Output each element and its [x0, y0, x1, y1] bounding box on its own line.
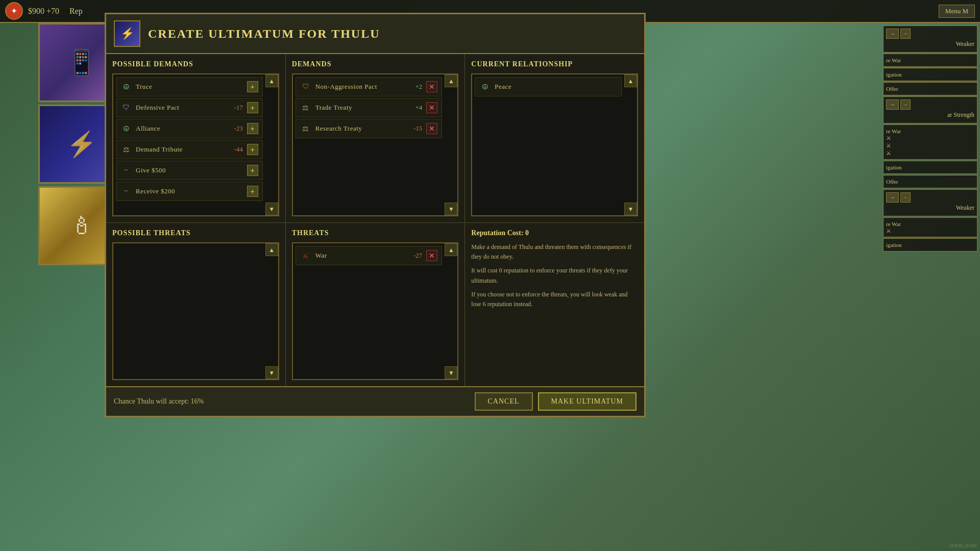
possible-threats-items — [113, 243, 278, 248]
icon-item-2: ⚔ — [886, 142, 974, 149]
declare-war-label-2[interactable]: re War — [886, 128, 974, 134]
possible-threats-scroll-down[interactable]: ▼ — [265, 366, 278, 379]
right-arrow-btn-2[interactable]: → — [886, 99, 899, 110]
list-item: ·· Give $500 + — [116, 161, 263, 180]
dialog-bottom: Possible Threats ▲ ▼ Threats ▲ ⚔ War — [106, 222, 644, 386]
demands-scroll-up[interactable]: ▲ — [445, 74, 457, 87]
right-minus-btn-1[interactable]: − — [900, 29, 911, 39]
portrait-icon-2: ⚡ — [66, 130, 97, 159]
possible-demands-scroll-up[interactable]: ▲ — [265, 74, 278, 87]
right-btn-row-3: → − — [886, 192, 974, 203]
tribute-name: Demand Tribute — [136, 145, 225, 154]
possible-demands-col: Possible Demands ▲ ☮ Truce + 🛡 Defensive… — [106, 54, 286, 222]
non-aggression-value: +2 — [404, 83, 422, 91]
war-value: -27 — [404, 252, 422, 260]
declare-war-label-3[interactable]: re War — [886, 221, 974, 227]
trade-treaty-remove-btn[interactable]: ✕ — [426, 102, 437, 113]
watermark: 3DMGAME — [949, 542, 977, 548]
possible-demands-scroll-down[interactable]: ▼ — [265, 203, 278, 215]
accept-chance: Chance Thulu will accept: 16% — [114, 397, 204, 406]
faction-icon: ✦ — [5, 2, 23, 20]
receive-money-add-btn[interactable]: + — [247, 186, 258, 197]
reputation-desc-1: Make a demand of Thulu and threaten them… — [471, 242, 638, 262]
tribute-icon: ⚖ — [120, 144, 132, 155]
weaker-label-2: Weaker — [886, 204, 974, 212]
relationship-scroll-down[interactable]: ▼ — [624, 203, 637, 215]
declare-war-label-1[interactable]: re War — [886, 57, 974, 63]
obligation-label-2[interactable]: igation — [886, 164, 974, 170]
right-section-11: igation — [883, 238, 977, 252]
dialog-body: Possible Demands ▲ ☮ Truce + 🛡 Defensive… — [106, 54, 644, 222]
right-section-2: re War — [883, 54, 977, 67]
alliance-value: -23 — [225, 124, 243, 133]
possible-demands-label: Possible Demands — [112, 60, 279, 68]
reputation-desc-3: If you choose not to enforce the threats… — [471, 290, 638, 309]
right-section-6: re War ⚔ ⚔ ⚔ — [883, 124, 977, 160]
threats-scroll-up[interactable]: ▲ — [445, 243, 457, 256]
offer-label-1[interactable]: Offer — [886, 86, 974, 92]
relationship-col: Current Relationship ▲ ☮ Peace ▼ — [465, 54, 644, 222]
reputation-cost: Reputation Cost: 0 — [471, 229, 638, 237]
list-item: ☮ Truce + — [116, 77, 263, 96]
list-item: ☮ Peace — [475, 77, 622, 96]
offer-label-2[interactable]: Offer — [886, 179, 974, 185]
truce-add-btn[interactable]: + — [247, 81, 258, 92]
research-treaty-value: -15 — [404, 124, 422, 133]
list-item: 🛡 Non-Aggression Pact +2 ✕ — [296, 77, 443, 96]
receive-money-icon: ·· — [120, 186, 132, 197]
relationship-label: Current Relationship — [471, 60, 638, 68]
possible-threats-scroll-up[interactable]: ▲ — [265, 243, 278, 256]
possible-demands-items: ☮ Truce + 🛡 Defensive Pact -17 + ☮ — [113, 74, 278, 205]
dialog-title: Create Ultimatum for Thulu — [148, 27, 380, 41]
trade-treaty-value: +4 — [404, 104, 422, 112]
portrait-icon-1: 📱 — [66, 48, 97, 77]
tribute-add-btn[interactable]: + — [247, 144, 258, 155]
demands-items: 🛡 Non-Aggression Pact +2 ✕ ⚖ Trade Treat… — [293, 74, 458, 142]
right-section-5: → − ar Strength — [883, 96, 977, 123]
demands-label: Demands — [292, 60, 459, 68]
icon-item-1: ⚔ — [886, 135, 974, 141]
research-treaty-icon: ⚖ — [300, 123, 311, 134]
non-aggression-icon: 🛡 — [300, 81, 311, 92]
list-item: ⚖ Research Treaty -15 ✕ — [296, 119, 443, 138]
right-section-7: igation — [883, 161, 977, 174]
right-section-4: Offer — [883, 82, 977, 95]
give-money-add-btn[interactable]: + — [247, 165, 258, 176]
demands-col: Demands ▲ 🛡 Non-Aggression Pact +2 ✕ ⚖ T… — [286, 54, 465, 222]
obligation-label-3[interactable]: igation — [886, 242, 974, 248]
right-arrow-btn-1[interactable]: → — [886, 29, 899, 39]
receive-money-name: Receive $200 — [136, 187, 225, 195]
right-minus-btn-2[interactable]: − — [900, 99, 911, 110]
right-btn-row-1: → − — [886, 29, 974, 39]
demands-scroll-down[interactable]: ▼ — [445, 203, 457, 215]
possible-threats-label: Possible Threats — [112, 229, 279, 237]
menu-button[interactable]: Menu M — [939, 5, 975, 18]
icon-item-4: ⚔ — [886, 228, 974, 234]
icon-item-3: ⚔ — [886, 150, 974, 157]
obligation-label-1[interactable]: igation — [886, 71, 974, 78]
research-treaty-remove-btn[interactable]: ✕ — [426, 123, 437, 134]
war-remove-btn[interactable]: ✕ — [426, 250, 437, 261]
threats-scroll-down[interactable]: ▼ — [445, 366, 457, 379]
war-name: War — [315, 252, 405, 260]
list-item: ☮ Alliance -23 + — [116, 119, 263, 138]
defensive-pact-add-btn[interactable]: + — [247, 102, 258, 113]
cancel-button[interactable]: Cancel — [475, 392, 533, 411]
peace-name: Peace — [495, 83, 617, 91]
alliance-add-btn[interactable]: + — [247, 123, 258, 134]
portrait-icon-3: 🕯 — [69, 212, 94, 240]
right-minus-btn-3[interactable]: − — [900, 192, 911, 203]
dialog-footer: Chance Thulu will accept: 16% Cancel Mak… — [106, 386, 644, 416]
give-money-icon: ·· — [120, 165, 132, 176]
truce-name: Truce — [136, 83, 225, 91]
list-item: ·· Receive $200 + — [116, 182, 263, 201]
relationship-scroll-up[interactable]: ▲ — [624, 74, 637, 87]
research-treaty-name: Research Treaty — [315, 124, 405, 133]
right-arrow-btn-3[interactable]: → — [886, 192, 899, 203]
reputation-desc-2: It will cost 0 reputation to enforce you… — [471, 266, 638, 285]
defensive-pact-name: Defensive Pact — [136, 104, 225, 112]
possible-threats-list: ▲ ▼ — [112, 242, 279, 380]
make-ultimatum-button[interactable]: Make Ultimatum — [538, 392, 636, 411]
non-aggression-remove-btn[interactable]: ✕ — [426, 81, 437, 92]
money-display: $900 +70 — [28, 7, 59, 16]
